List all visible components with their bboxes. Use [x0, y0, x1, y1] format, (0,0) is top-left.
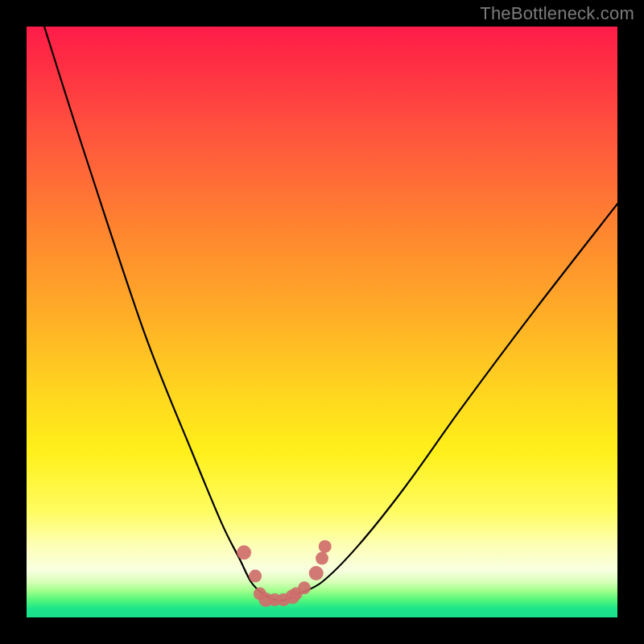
line-chart-svg	[27, 27, 617, 617]
marker-dot	[319, 540, 332, 553]
marker-dot	[254, 588, 266, 601]
chart-frame: TheBottleneck.com	[0, 0, 644, 644]
marker-dot	[258, 592, 273, 607]
plot-area	[27, 27, 617, 617]
marker-dot	[277, 593, 290, 606]
marker-dot	[290, 588, 303, 601]
marker-dot	[309, 566, 324, 580]
marker-dot	[298, 581, 311, 594]
marker-dot	[249, 570, 262, 583]
bottleneck-curve	[44, 27, 617, 601]
watermark-text: TheBottleneck.com	[480, 3, 634, 24]
marker-dot	[285, 589, 299, 604]
marker-dot	[268, 593, 281, 606]
marker-dot	[237, 545, 251, 559]
highlight-dots	[237, 540, 332, 607]
marker-dot	[316, 552, 328, 565]
